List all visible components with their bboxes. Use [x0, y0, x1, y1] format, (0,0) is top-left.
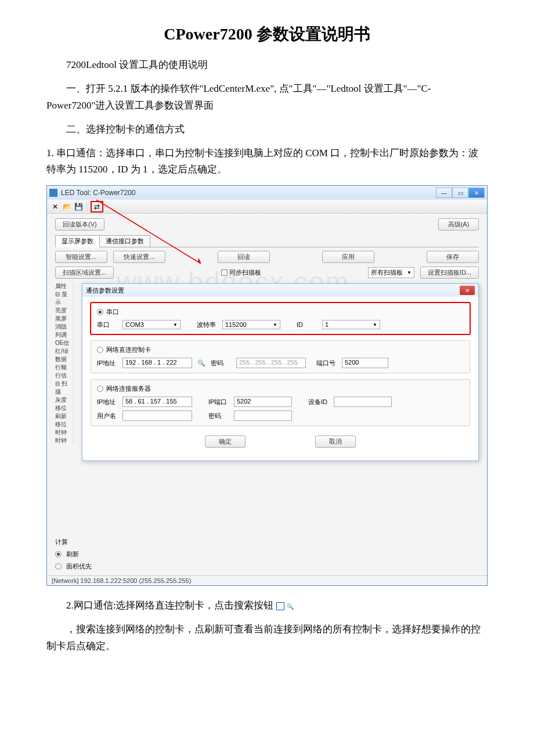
tree-node[interactable]: ⊟ 扫描: [55, 380, 72, 396]
app-window: LED Tool: C-Power7200 — ▭ ✕ ✕ 📂 💾 ⇄ www.…: [46, 185, 488, 586]
area-priority-radio[interactable]: [55, 563, 62, 570]
calc-label: 计算: [55, 538, 68, 546]
chevron-down-icon: ▼: [273, 322, 277, 327]
id-label: ID: [297, 321, 317, 328]
ip-label: IP地址: [97, 359, 118, 368]
tabs: 显示屏参数 通信接口参数: [55, 235, 479, 247]
titlebar[interactable]: LED Tool: C-Power7200 — ▭ ✕: [47, 186, 487, 200]
ip-port-input[interactable]: 5202: [234, 397, 292, 407]
ip-input[interactable]: 192 . 168 . 1 . 222: [122, 358, 192, 368]
server-password-label: 密码: [208, 412, 229, 420]
search-icon[interactable]: 🔍: [197, 358, 206, 368]
readback-button[interactable]: 回读: [218, 251, 270, 263]
port-input[interactable]: 5200: [342, 358, 388, 368]
dialog-close-button[interactable]: ✕: [460, 286, 475, 295]
chevron-down-icon: ▼: [173, 322, 178, 327]
serial-radio[interactable]: [97, 309, 103, 315]
network-server-label: 网络连接服务器: [106, 384, 151, 393]
device-id-label: 设备ID: [308, 398, 329, 406]
search-icon: 🔍: [276, 602, 284, 610]
close-button[interactable]: ✕: [468, 188, 485, 198]
calc-section: 计算: [55, 538, 479, 546]
tab-display-params[interactable]: 显示屏参数: [55, 235, 100, 247]
app-icon: [49, 189, 57, 197]
all-scan-select[interactable]: 所有扫描板▼: [368, 267, 414, 278]
com-port-select[interactable]: COM3▼: [122, 320, 181, 329]
serial-group: 串口 串口 COM3▼ 波特率 115200▼ ID 1▼: [91, 303, 470, 334]
save-icon[interactable]: 💾: [74, 202, 83, 211]
advanced-button[interactable]: 高级(A): [438, 218, 479, 231]
doc-paragraph: ，搜索连接到网络的控制卡，点刷新可查看当前连接到网络的所有控制卡，选择好想要操作…: [46, 621, 488, 655]
doc-paragraph: 2.网口通信:选择网络直连控制卡，点击搜索按钮 🔍: [46, 597, 488, 614]
quick-setup-button[interactable]: 快速设置...: [113, 251, 165, 263]
scan-id-button[interactable]: 设置扫描板ID...: [420, 267, 479, 279]
device-id-input[interactable]: [334, 397, 392, 407]
dialog-titlebar[interactable]: 通信参数设置 ✕: [82, 284, 478, 297]
toolbar: ✕ 📂 💾 ⇄: [47, 200, 487, 214]
open-icon[interactable]: 📂: [62, 202, 71, 211]
port-label: 串口: [97, 321, 118, 329]
network-server-group: 网络连接服务器 IP地址 58 . 61 . 157 . 155 IP端口 52…: [91, 379, 470, 426]
serial-radio-label: 串口: [106, 308, 119, 316]
doc-paragraph: 7200Ledtool 设置工具的使用说明: [46, 57, 488, 74]
mask-display: 255 . 255 . 255 . 255: [236, 358, 306, 368]
baud-select[interactable]: 115200▼: [222, 320, 280, 329]
server-ip-input[interactable]: 58 . 61 . 157 . 155: [122, 397, 192, 407]
content-area: www.bddocx.com 回读版本(V) 高级(A) 显示屏参数 通信接口参…: [47, 214, 487, 575]
network-direct-radio[interactable]: [97, 347, 103, 353]
network-server-radio[interactable]: [97, 386, 103, 392]
doc-title: CPower7200 参数设置说明书: [46, 23, 488, 45]
status-bar: [Network] 192.168.1.222:5200 (255.255.25…: [47, 575, 487, 585]
cancel-button[interactable]: 取消: [315, 435, 356, 448]
doc-paragraph: 一、打开 5.2.1 版本的操作软件"LedCenterM.exe", 点"工具…: [46, 81, 488, 114]
properties-tree[interactable]: ⊟ 显示 亮度 黑屏 消隐 列调 OE信 红/绿 数据 行顺 行信 ⊟ 扫描 灰…: [55, 290, 74, 445]
network-direct-group: 网络直连控制卡 IP地址 192 . 168 . 1 . 222 🔍 密码 25…: [91, 340, 470, 373]
refresh-priority-radio[interactable]: [55, 551, 62, 557]
refresh-priority-label: 刷新: [66, 550, 79, 559]
scan-area-button[interactable]: 扫描区域设置...: [55, 267, 114, 279]
sync-scan-checkbox[interactable]: 同步扫描板: [221, 268, 261, 277]
save-button[interactable]: 保存: [427, 251, 479, 263]
network-direct-label: 网络直连控制卡: [106, 345, 151, 354]
apply-button[interactable]: 应用: [322, 251, 374, 263]
port-num-label: 端口号: [316, 359, 337, 368]
username-label: 用户名: [97, 412, 118, 420]
server-password-input[interactable]: [234, 411, 292, 421]
maximize-button[interactable]: ▭: [452, 188, 468, 198]
password-label: 密码: [211, 359, 232, 368]
area-priority-label: 面积优先: [66, 562, 92, 571]
server-ip-label: IP地址: [97, 398, 118, 406]
ok-button[interactable]: 确定: [205, 435, 246, 448]
doc-paragraph: 1. 串口通信：选择串口，串口为控制卡连接到电脑上对应的 COM 口，控制卡出厂…: [46, 145, 488, 179]
close-x-icon[interactable]: ✕: [50, 202, 60, 211]
id-select[interactable]: 1▼: [322, 320, 380, 329]
ip-port-label: IP端口: [208, 398, 229, 406]
tree-node[interactable]: ⊟ 显示: [55, 290, 72, 307]
window-title: LED Tool: C-Power7200: [61, 189, 436, 197]
readback-version-button[interactable]: 回读版本(V): [55, 218, 104, 231]
minimize-button[interactable]: —: [436, 188, 452, 198]
properties-label: 属性: [55, 282, 74, 290]
comm-settings-highlighted: ⇄: [91, 201, 103, 213]
dialog-title: 通信参数设置: [86, 286, 124, 295]
baud-label: 波特率: [197, 321, 218, 329]
chevron-down-icon: ▼: [407, 270, 412, 275]
comm-settings-dialog: 通信参数设置 ✕ 串口 串口 COM3▼ 波特率 115200▼ ID: [82, 283, 479, 461]
username-input[interactable]: [122, 411, 192, 421]
toolbar-separator: [86, 203, 87, 211]
smart-setup-button[interactable]: 智能设置...: [55, 251, 107, 263]
chevron-down-icon: ▼: [373, 322, 377, 327]
doc-paragraph: 二、选择控制卡的通信方式: [46, 121, 488, 138]
comm-settings-icon[interactable]: ⇄: [92, 202, 102, 211]
tab-comm-params[interactable]: 通信接口参数: [99, 235, 150, 247]
